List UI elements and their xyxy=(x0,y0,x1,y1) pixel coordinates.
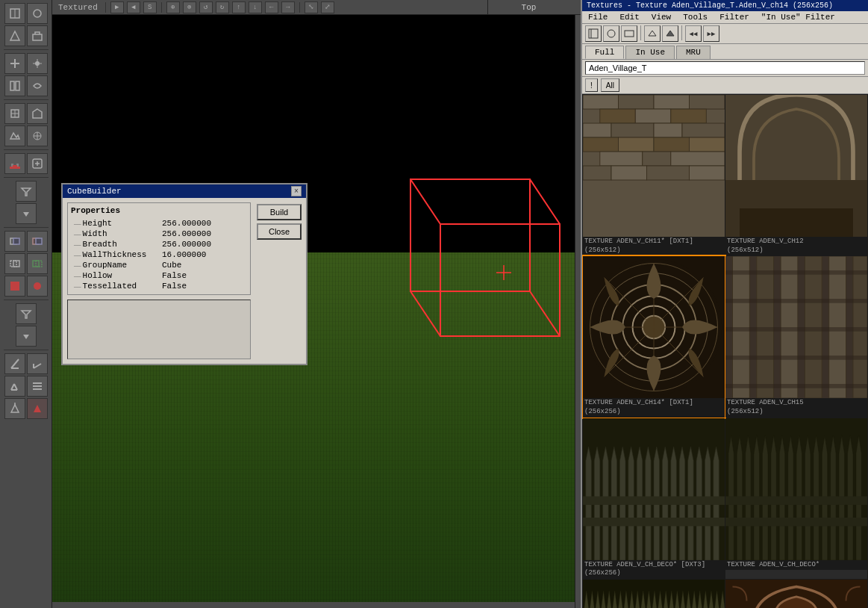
menu-tools[interactable]: Tools xyxy=(677,11,714,23)
menu-filter[interactable]: Filter xyxy=(714,11,755,23)
property-row: Breadth256.000000 xyxy=(71,239,247,249)
toolbar-scroll-down[interactable] xyxy=(16,203,37,224)
tb-icon-1[interactable]: ▶ xyxy=(110,1,124,13)
toolbar-btn-12[interactable] xyxy=(27,125,48,146)
tab-inuse[interactable]: In Use xyxy=(625,46,675,59)
toolbar-filter-2[interactable] xyxy=(16,303,37,324)
toolbar-btn-8[interactable] xyxy=(27,75,48,96)
texture-item-deco1[interactable]: TEXTURE ADEN_V_CH_DECO* [DXT3](256x256) xyxy=(583,418,725,579)
texture-item-ch11[interactable]: TEXTURE ADEN_V_CH11* [DXT1](256x512) xyxy=(583,95,725,255)
tb-icon-13[interactable]: ⤢ xyxy=(321,1,334,13)
toolbar-btn-2[interactable] xyxy=(27,3,48,24)
texture-browser-title[interactable]: Textures - Texture Aden_Village_T.Aden_V… xyxy=(582,0,868,11)
toolbar-btn-26[interactable] xyxy=(27,398,48,419)
viewport-hscroll[interactable] xyxy=(52,602,582,608)
property-row: GroupNameCube xyxy=(71,260,247,270)
texture-browser-menubar: File Edit View Tools Filter "In Use" Fil… xyxy=(582,11,868,24)
toolbar-btn-24[interactable] xyxy=(27,376,48,397)
toolbar-btn-19[interactable] xyxy=(4,276,25,297)
toolbar-btn-11[interactable] xyxy=(4,125,25,146)
svg-rect-11 xyxy=(10,81,14,90)
toolbar-btn-13[interactable] xyxy=(4,153,25,174)
texture-item-deco3[interactable]: TEXTURE ADEN_V_CH_DECO* [DXT3](256x256) xyxy=(583,580,725,608)
tab-mru[interactable]: MRU xyxy=(676,46,711,59)
texture-browser: Textures - Texture Aden_Village_T.Aden_V… xyxy=(581,0,868,608)
property-row: Width256.000000 xyxy=(71,229,247,239)
toolbar-btn-15[interactable] xyxy=(4,231,25,252)
toolbar-btn-23[interactable] xyxy=(4,376,25,397)
toolbar-btn-7[interactable] xyxy=(4,75,25,96)
tb-icon-11[interactable]: → xyxy=(281,1,295,13)
svg-rect-58 xyxy=(600,109,636,123)
tb-tool-next[interactable]: ▶▶ xyxy=(703,25,719,42)
toolbar-scroll-down-2[interactable] xyxy=(16,326,37,347)
toolbar-btn-17[interactable] xyxy=(4,253,25,274)
texture-item-dela[interactable]: D TEXTURE ADEN_V_DELA xyxy=(725,580,867,608)
svg-point-2 xyxy=(34,10,41,17)
tab-full[interactable]: Full xyxy=(585,46,624,59)
cube-builder-title-bar[interactable]: CubeBuilder × xyxy=(63,184,306,198)
tb-tool-5[interactable] xyxy=(662,25,678,42)
tb-tool-4[interactable] xyxy=(644,25,661,42)
prop-name: Hollow xyxy=(71,270,159,281)
tb-icon-9[interactable]: ↓ xyxy=(249,1,262,13)
viewport-top-right: Top xyxy=(487,0,569,15)
menu-view[interactable]: View xyxy=(646,11,677,23)
search-input[interactable] xyxy=(585,61,865,75)
toolbar-btn-14[interactable] xyxy=(27,153,48,174)
svg-rect-30 xyxy=(10,282,19,291)
toolbar-btn-21[interactable] xyxy=(4,353,25,374)
tb-tool-1[interactable] xyxy=(585,25,602,42)
prop-value: 256.000000 xyxy=(159,239,247,249)
tb-icon-5[interactable]: ⊗ xyxy=(183,1,196,13)
tb-tool-2[interactable] xyxy=(603,25,619,42)
svg-rect-57 xyxy=(690,95,725,109)
toolbar-btn-6[interactable] xyxy=(27,53,48,74)
toolbar-btn-18[interactable] xyxy=(27,253,48,274)
toolbar-btn-20[interactable] xyxy=(27,276,48,297)
toolbar-btn-3[interactable] xyxy=(4,25,25,46)
close-button[interactable]: Close xyxy=(257,223,302,240)
filter-all-btn[interactable]: All xyxy=(601,78,619,92)
svg-rect-3 xyxy=(33,34,42,40)
tb-icon-12[interactable]: ⤡ xyxy=(305,1,318,13)
tb-icon-7[interactable]: ↻ xyxy=(216,1,229,13)
svg-rect-71 xyxy=(671,152,725,166)
tb-icon-10[interactable]: ← xyxy=(265,1,278,13)
toolbar-btn-5[interactable] xyxy=(4,53,25,74)
tb-icon-4[interactable]: ⊕ xyxy=(166,1,180,13)
texture-item-ch15[interactable]: TEXTURE ADEN_V_CH15(256x512) xyxy=(725,256,867,417)
texture-item-ch12[interactable]: TEXTURE ADEN_V_CH12(256x512) xyxy=(725,95,867,255)
toolbar-btn-16[interactable] xyxy=(27,231,48,252)
svg-rect-20 xyxy=(13,165,17,167)
toolbar-btn-9[interactable] xyxy=(4,103,25,124)
tb-icon-6[interactable]: ↺ xyxy=(199,1,213,13)
tb-tool-3[interactable] xyxy=(621,25,637,42)
toolbar-btn-25[interactable] xyxy=(4,398,25,419)
svg-rect-42 xyxy=(440,224,560,336)
tb-icon-2[interactable]: ◀ xyxy=(127,1,140,13)
tb-icon-3[interactable]: S xyxy=(143,1,157,13)
texture-search-bar xyxy=(582,60,868,77)
texture-item-ch14[interactable]: TEXTURE ADEN_V_CH14* [DXT1](256x256) xyxy=(583,256,725,417)
texture-item-deco2[interactable]: TEXTURE ADEN_V_CH_DECO* xyxy=(725,418,867,579)
svg-line-45 xyxy=(410,291,440,336)
svg-line-43 xyxy=(410,179,440,224)
svg-rect-39 xyxy=(33,388,42,390)
toolbar-btn-4[interactable] xyxy=(27,25,48,46)
svg-rect-97 xyxy=(725,270,867,275)
viewport-label: Top xyxy=(522,3,537,12)
toolbar-btn-1[interactable] xyxy=(4,3,25,24)
menu-inuse-filter[interactable]: "In Use" Filter xyxy=(755,11,841,23)
menu-file[interactable]: File xyxy=(582,11,613,23)
cube-builder-close-btn[interactable]: × xyxy=(291,186,302,196)
tb-tool-prev[interactable]: ◀◀ xyxy=(685,25,702,42)
build-button[interactable]: Build xyxy=(257,204,302,220)
filter-exclaim-btn[interactable]: ! xyxy=(585,78,598,92)
tb-icon-8[interactable]: ↑ xyxy=(232,1,246,13)
toolbar-filter-1[interactable] xyxy=(16,181,37,202)
toolbar-btn-22[interactable] xyxy=(27,353,48,374)
toolbar-btn-10[interactable] xyxy=(27,103,48,124)
menu-edit[interactable]: Edit xyxy=(613,11,645,23)
svg-rect-78 xyxy=(740,208,853,237)
